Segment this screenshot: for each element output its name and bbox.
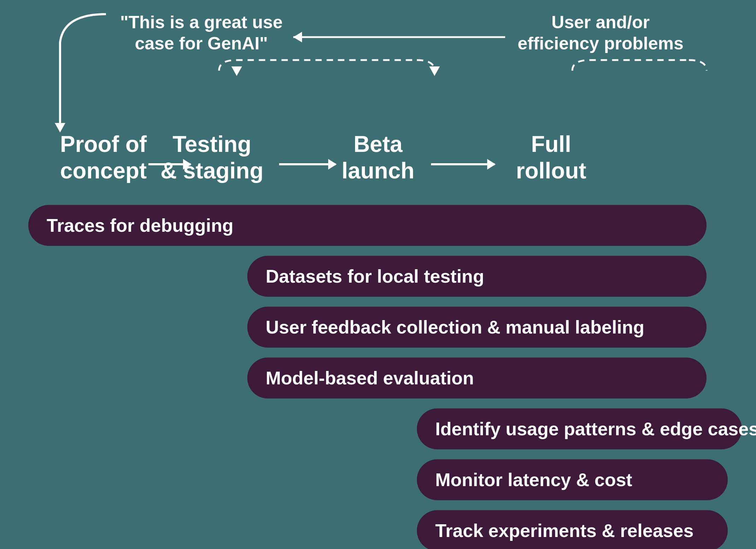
- pill-row-7: Track experiments & releases: [28, 510, 728, 549]
- stage-full-2: rollout: [516, 158, 586, 183]
- svg-marker-2: [231, 66, 242, 76]
- quote-text: "This is a great use: [120, 12, 283, 32]
- stage-proof: Proof of: [60, 131, 147, 157]
- pill-row-3: User feedback collection & manual labeli…: [28, 307, 728, 348]
- user-problems-text-2: efficiency problems: [518, 34, 684, 53]
- svg-marker-4: [55, 123, 65, 132]
- stage-beta: Beta: [354, 131, 403, 157]
- stage-testing: Testing: [173, 131, 252, 157]
- pill-model-eval: Model-based evaluation: [247, 358, 707, 399]
- pill-row-1: Traces for debugging: [28, 205, 728, 246]
- pill-user-feedback: User feedback collection & manual labeli…: [247, 307, 707, 348]
- stage-beta-2: launch: [342, 158, 414, 183]
- pill-row-5: Identify usage patterns & edge cases: [28, 408, 728, 449]
- pill-monitor-latency: Monitor latency & cost: [417, 459, 728, 500]
- quote-text-2: case for GenAI": [135, 34, 268, 53]
- user-problems-text: User and/or: [551, 12, 650, 32]
- stage-testing-2: & staging: [160, 158, 264, 183]
- svg-marker-1: [293, 32, 302, 42]
- flow-diagram-svg: "This is a great use case for GenAI" Use…: [0, 0, 756, 198]
- stage-full: Full: [531, 131, 571, 157]
- svg-marker-3: [429, 66, 440, 76]
- pill-row-6: Monitor latency & cost: [28, 459, 728, 500]
- stage-proof-2: concept: [60, 158, 147, 183]
- pills-section: Traces for debugging Datasets for local …: [0, 205, 756, 549]
- pill-row-4: Model-based evaluation: [28, 358, 728, 399]
- pill-row-2: Datasets for local testing: [28, 256, 728, 297]
- pill-usage-patterns: Identify usage patterns & edge cases: [417, 408, 742, 449]
- svg-marker-6: [183, 159, 191, 170]
- svg-marker-10: [487, 159, 496, 170]
- pill-traces: Traces for debugging: [28, 205, 707, 246]
- main-diagram: "This is a great use case for GenAI" Use…: [0, 0, 756, 549]
- svg-marker-8: [328, 159, 337, 170]
- pill-datasets: Datasets for local testing: [247, 256, 707, 297]
- pill-track-experiments: Track experiments & releases: [417, 510, 728, 549]
